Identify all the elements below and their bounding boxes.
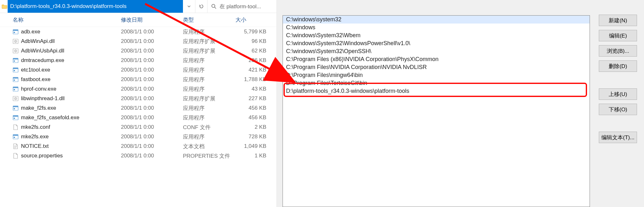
file-type: 应用程序扩展 (183, 95, 235, 102)
file-row[interactable]: NOTICE.txt2008/1/1 0:00文本文档1,049 KB (0, 141, 276, 151)
file-type-icon (13, 96, 18, 101)
file-type: 应用程序扩展 (183, 47, 235, 55)
file-explorer-panel: 在 platform-tool... 名称 修改日期 类型 大小 adb.exe… (0, 0, 277, 207)
file-size: 236 KB (235, 57, 269, 64)
file-row[interactable]: fastboot.exe2008/1/1 0:00应用程序1,788 KB (0, 75, 276, 84)
env-path-item[interactable]: D:\Program Files\mingw64\bin (283, 71, 590, 79)
file-size: 1,049 KB (235, 143, 269, 149)
file-type: 应用程序 (183, 105, 235, 112)
file-size: 62 KB (235, 48, 269, 54)
file-row[interactable]: libwinpthread-1.dll2008/1/1 0:00应用程序扩展22… (0, 94, 276, 103)
env-var-panel: C:\windows\system32C:\windowsC:\windows\… (277, 0, 644, 207)
file-name: AdbWinApi.dll (21, 38, 55, 45)
movedown-button[interactable]: 下移(O) (599, 104, 637, 115)
moveup-button[interactable]: 上移(U) (599, 88, 637, 100)
file-date: 2008/1/1 0:00 (121, 29, 183, 35)
file-type-icon (13, 29, 18, 35)
env-path-item[interactable]: C:\windows\System32\Wbem (283, 31, 590, 39)
column-name[interactable]: 名称 (0, 16, 121, 24)
file-type-icon (13, 48, 18, 54)
env-path-item[interactable]: C:\windows\System32\WindowsPowerShell\v1… (283, 39, 590, 47)
file-type: 应用程序 (183, 133, 235, 141)
address-input[interactable] (8, 0, 183, 13)
file-date: 2008/1/1 0:00 (121, 134, 183, 140)
file-row[interactable]: AdbWinApi.dll2008/1/1 0:00应用程序扩展96 KB (0, 37, 276, 46)
edit-button[interactable]: 编辑(E) (599, 30, 637, 41)
file-type-icon (13, 134, 18, 140)
file-size: 456 KB (235, 114, 269, 121)
file-name: make_f2fs_casefold.exe (21, 114, 79, 121)
file-date: 2008/1/1 0:00 (121, 48, 183, 54)
file-type-icon (13, 143, 18, 149)
file-row[interactable]: make_f2fs.exe2008/1/1 0:00应用程序456 KB (0, 103, 276, 113)
file-name: adb.exe (21, 29, 40, 35)
file-row[interactable]: AdbWinUsbApi.dll2008/1/1 0:00应用程序扩展62 KB (0, 46, 276, 56)
column-size[interactable]: 大小 (235, 16, 269, 24)
file-name: etc1tool.exe (21, 67, 50, 73)
column-type[interactable]: 类型 (183, 16, 235, 24)
search-input[interactable]: 在 platform-tool... (207, 0, 276, 13)
file-name: dmtracedump.exe (21, 57, 64, 64)
file-row[interactable]: adb.exe2008/1/1 0:00应用程序5,799 KB (0, 27, 276, 37)
file-type-icon (13, 124, 18, 130)
file-date: 2008/1/1 0:00 (121, 124, 183, 130)
button-column: 新建(N) 编辑(E) 浏览(B)... 删除(D) 上移(U) 下移(O) 编… (593, 1, 644, 207)
file-date: 2008/1/1 0:00 (121, 114, 183, 121)
file-row[interactable]: mke2fs.conf2008/1/1 0:00CONF 文件2 KB (0, 122, 276, 132)
file-row[interactable]: make_f2fs_casefold.exe2008/1/1 0:00应用程序4… (0, 113, 276, 122)
file-date: 2008/1/1 0:00 (121, 38, 183, 45)
file-date: 2008/1/1 0:00 (121, 95, 183, 102)
file-name: source.properties (21, 153, 63, 159)
env-path-item[interactable]: C:\windows\system32 (283, 16, 590, 24)
env-path-item[interactable]: C:\windows (283, 24, 590, 31)
browse-button[interactable]: 浏览(B)... (599, 45, 637, 57)
file-type-icon (13, 38, 18, 44)
file-date: 2008/1/1 0:00 (121, 105, 183, 111)
file-row[interactable]: hprof-conv.exe2008/1/1 0:00应用程序43 KB (0, 84, 276, 94)
file-row[interactable]: source.properties2008/1/1 0:00PROPERTIES… (0, 151, 276, 161)
file-type: 应用程序扩展 (183, 38, 235, 45)
file-name: NOTICE.txt (21, 143, 49, 149)
file-size: 456 KB (235, 105, 269, 111)
address-dropdown-button[interactable] (183, 0, 195, 13)
file-type: 应用程序 (183, 114, 235, 121)
delete-button[interactable]: 删除(D) (599, 60, 637, 72)
new-button[interactable]: 新建(N) (599, 15, 637, 26)
address-bar-row: 在 platform-tool... (0, 0, 276, 13)
file-type: 应用程序 (183, 76, 235, 83)
file-type-icon (13, 58, 18, 63)
file-date: 2008/1/1 0:00 (121, 57, 183, 64)
svg-point-9 (212, 4, 215, 8)
file-type-icon (13, 67, 18, 73)
env-path-item[interactable]: C:\windows\System32\OpenSSH\ (283, 47, 590, 55)
file-size: 43 KB (235, 86, 269, 92)
file-date: 2008/1/1 0:00 (121, 67, 183, 73)
env-path-item[interactable]: C:\Program Files (x86)\NVIDIA Corporatio… (283, 55, 590, 63)
file-row[interactable]: mke2fs.exe2008/1/1 0:00应用程序728 KB (0, 132, 276, 141)
file-row[interactable]: dmtracedump.exe2008/1/1 0:00应用程序236 KB (0, 56, 276, 65)
file-name: AdbWinUsbApi.dll (21, 48, 64, 54)
file-type-icon (13, 77, 18, 82)
env-path-item[interactable]: D:\Program Files\TortoiseGit\bin (283, 79, 590, 87)
env-path-list[interactable]: C:\windows\system32C:\windowsC:\windows\… (283, 15, 590, 207)
refresh-button[interactable] (195, 0, 207, 13)
file-size: 421 KB (235, 67, 269, 73)
env-path-item[interactable]: C:\Program Files\NVIDIA Corporation\NVID… (283, 63, 590, 71)
column-date[interactable]: 修改日期 (121, 16, 183, 24)
file-type: 应用程序 (183, 66, 235, 74)
file-size: 2 KB (235, 124, 269, 130)
file-date: 2008/1/1 0:00 (121, 143, 183, 149)
file-type-icon (13, 86, 18, 92)
file-row[interactable]: etc1tool.exe2008/1/1 0:00应用程序421 KB (0, 65, 276, 75)
file-size: 227 KB (235, 95, 269, 102)
file-date: 2008/1/1 0:00 (121, 76, 183, 83)
env-path-item[interactable]: D:\platform-tools_r34.0.3-windows\platfo… (283, 87, 590, 95)
file-type: 应用程序 (183, 28, 235, 36)
file-list[interactable]: adb.exe2008/1/1 0:00应用程序5,799 KBAdbWinAp… (0, 27, 276, 207)
file-size: 96 KB (235, 38, 269, 45)
file-name: fastboot.exe (21, 76, 51, 83)
folder-icon (0, 0, 8, 13)
file-date: 2008/1/1 0:00 (121, 86, 183, 92)
edittext-button[interactable]: 编辑文本(T)... (599, 132, 637, 143)
file-size: 728 KB (235, 134, 269, 140)
